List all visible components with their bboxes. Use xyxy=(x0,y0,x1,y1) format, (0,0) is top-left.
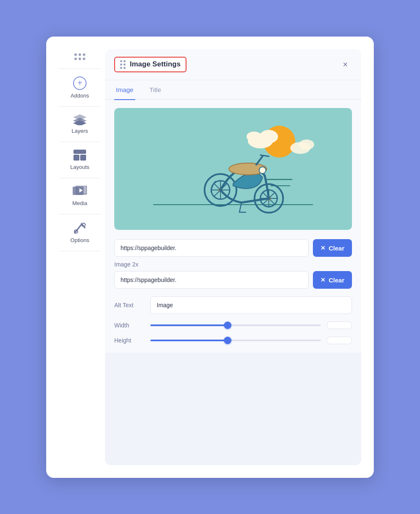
svg-point-14 xyxy=(260,130,278,143)
alt-text-input[interactable] xyxy=(150,296,352,314)
sidebar-item-layouts[interactable]: Layouts xyxy=(59,142,101,178)
width-slider[interactable] xyxy=(150,324,321,326)
image2x-label: Image 2x xyxy=(114,261,352,268)
drag-handle xyxy=(74,53,85,60)
main-panel: Image Settings × Image Title xyxy=(105,49,361,465)
sidebar-item-layouts-label: Layouts xyxy=(70,164,89,170)
panel-header: Image Settings × xyxy=(105,49,361,80)
clear-label-1: Clear xyxy=(328,245,344,252)
sidebar-item-media[interactable]: Media xyxy=(59,178,101,214)
height-slider[interactable] xyxy=(150,340,321,341)
sidebar: + Addons Layers Layouts xyxy=(59,49,101,465)
options-icon xyxy=(73,222,87,235)
tab-title[interactable]: Title xyxy=(148,80,163,100)
height-row: Height xyxy=(114,337,352,344)
sidebar-item-media-label: Media xyxy=(72,200,87,206)
svg-point-17 xyxy=(299,140,314,150)
tabs-bar: Image Title xyxy=(105,80,361,100)
layouts-icon xyxy=(74,150,86,161)
clear-label-2: Clear xyxy=(328,277,344,284)
image-url-input-2[interactable] xyxy=(114,271,309,289)
url-row-2: ✕ Clear xyxy=(114,271,352,289)
tab-image[interactable]: Image xyxy=(114,80,135,100)
sidebar-item-layers[interactable]: Layers xyxy=(59,106,101,142)
panel-content: ✕ Clear Image 2x ✕ Clear Alt Text xyxy=(105,100,361,353)
svg-point-15 xyxy=(247,132,262,142)
close-icon: × xyxy=(343,60,348,69)
sidebar-item-addons-label: Addons xyxy=(71,92,89,99)
clear-button-1[interactable]: ✕ Clear xyxy=(313,239,352,257)
svg-point-38 xyxy=(259,167,266,174)
height-value[interactable] xyxy=(327,337,352,344)
clear-x-icon-1: ✕ xyxy=(320,245,326,251)
close-button[interactable]: × xyxy=(339,58,352,71)
scooter-svg xyxy=(114,108,352,230)
sidebar-item-options[interactable]: Options xyxy=(59,214,101,251)
image-preview xyxy=(114,108,352,230)
width-label: Width xyxy=(114,322,144,329)
sidebar-item-addons[interactable]: + Addons xyxy=(59,69,101,106)
clear-button-2[interactable]: ✕ Clear xyxy=(313,271,352,289)
image-url-input-1[interactable] xyxy=(114,239,309,257)
url-row-1: ✕ Clear xyxy=(114,239,352,257)
width-row: Width xyxy=(114,322,352,329)
clear-x-icon-2: ✕ xyxy=(320,277,326,283)
alt-text-label: Alt Text xyxy=(114,302,144,308)
sidebar-item-options-label: Options xyxy=(71,237,89,243)
header-title-wrapper: Image Settings xyxy=(114,57,186,72)
width-value[interactable] xyxy=(327,322,352,329)
layers-icon xyxy=(73,114,87,125)
panel-title: Image Settings xyxy=(130,60,181,69)
alt-text-row: Alt Text xyxy=(114,296,352,314)
sidebar-item-layers-label: Layers xyxy=(71,128,88,134)
outer-card: + Addons Layers Layouts xyxy=(46,37,374,478)
addons-icon: + xyxy=(73,76,87,90)
media-icon xyxy=(73,186,87,198)
drag-icon xyxy=(120,60,126,69)
height-label: Height xyxy=(114,337,144,344)
